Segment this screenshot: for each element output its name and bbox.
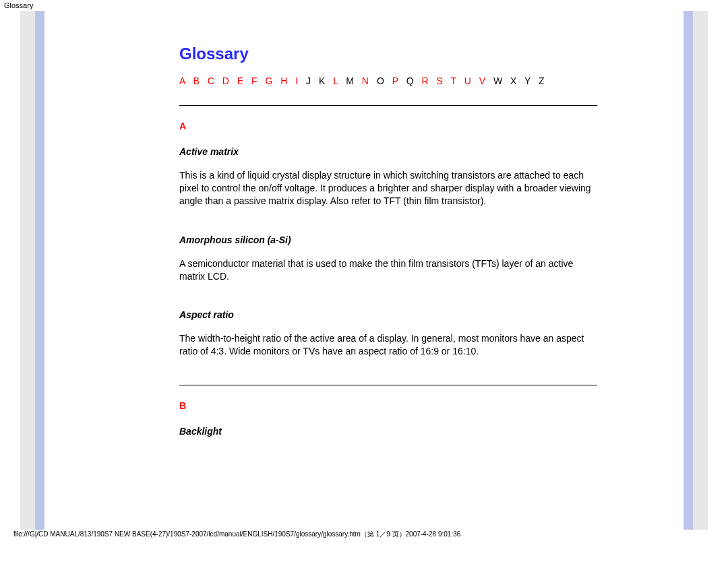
alpha-letter-w: W: [493, 75, 505, 86]
page-wrap: Glossary A B C D E F G H I J K L M N O P…: [0, 11, 728, 530]
separator: [179, 385, 597, 385]
definition: A semiconductor material that is used to…: [179, 257, 597, 283]
term: Amorphous silicon (a-Si): [179, 235, 597, 245]
alpha-letter-e[interactable]: E: [237, 75, 246, 86]
alpha-letter-x: X: [510, 75, 519, 86]
side-left-stripe: [35, 11, 44, 530]
alpha-letter-y: Y: [524, 75, 533, 86]
alpha-letter-o: O: [377, 75, 387, 86]
alpha-letter-q: Q: [406, 75, 417, 86]
alpha-letter-a[interactable]: A: [179, 75, 188, 86]
page-title: Glossary: [179, 44, 597, 63]
term: Active matrix: [179, 146, 597, 157]
alpha-letter-h[interactable]: H: [280, 75, 290, 86]
term: Aspect ratio: [179, 309, 597, 320]
alpha-letter-z: Z: [539, 75, 547, 86]
alpha-letter-i[interactable]: I: [295, 75, 301, 86]
gap-right: [693, 11, 708, 530]
alpha-letter-v[interactable]: V: [479, 75, 488, 86]
alpha-letter-u[interactable]: U: [464, 75, 474, 86]
footer-path: file:///G|/CD MANUAL/813/190S7 NEW BASE(…: [0, 530, 728, 543]
definition: This is a kind of liquid crystal display…: [179, 169, 597, 208]
side-right-stripe: [684, 11, 693, 530]
alpha-letter-d[interactable]: D: [222, 75, 232, 86]
content-inner: Glossary A B C D E F G H I J K L M N O P…: [179, 44, 597, 437]
alpha-letter-t[interactable]: T: [450, 75, 458, 86]
alpha-letter-m: M: [346, 75, 357, 86]
alpha-letter-b[interactable]: B: [193, 75, 202, 86]
term: Backlight: [179, 426, 597, 437]
section-letter-b: B: [179, 400, 597, 411]
alpha-letter-f[interactable]: F: [251, 75, 260, 86]
content-area: Glossary A B C D E F G H I J K L M N O P…: [44, 11, 684, 530]
alpha-letter-l[interactable]: L: [333, 75, 340, 86]
alpha-letter-r[interactable]: R: [421, 75, 431, 86]
gap-left: [20, 11, 35, 530]
alpha-letter-s[interactable]: S: [436, 75, 445, 86]
alpha-letter-g[interactable]: G: [265, 75, 275, 86]
alpha-letter-k: K: [319, 75, 328, 86]
definition: The width-to-height ratio of the active …: [179, 332, 597, 358]
section-letter-a: A: [179, 121, 597, 131]
alpha-index: A B C D E F G H I J K L M N O P Q R S T …: [179, 75, 597, 86]
alpha-letter-j: J: [306, 75, 313, 86]
alpha-letter-n[interactable]: N: [362, 75, 371, 86]
separator: [179, 105, 597, 106]
alpha-letter-c[interactable]: C: [208, 75, 217, 86]
alpha-letter-p[interactable]: P: [392, 75, 401, 86]
top-label: Glossary: [0, 0, 728, 11]
page-frame: Glossary A B C D E F G H I J K L M N O P…: [20, 11, 708, 530]
